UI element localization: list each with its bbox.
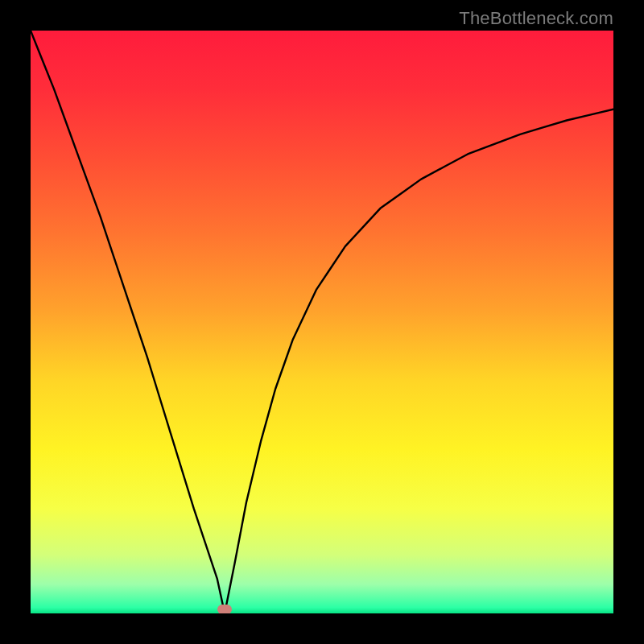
watermark-text: TheBottleneck.com: [459, 8, 613, 29]
bottleneck-right-branch: [225, 109, 613, 613]
min-point-marker: [217, 605, 232, 613]
bottleneck-left-branch: [31, 31, 225, 613]
plot-area: [31, 31, 613, 613]
curve-layer: [31, 31, 613, 613]
chart-frame: TheBottleneck.com: [0, 0, 644, 644]
